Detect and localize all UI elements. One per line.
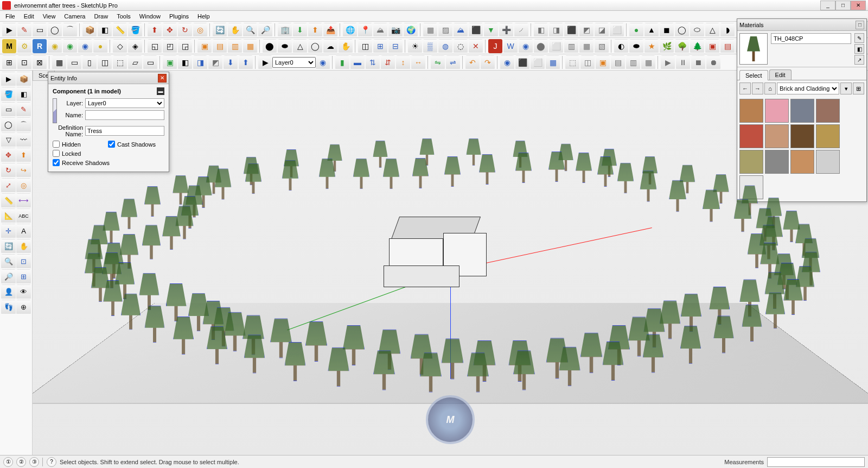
redo-icon[interactable]: ↷	[481, 55, 495, 69]
maximize-button[interactable]: □	[835, 1, 851, 10]
add-detail-icon[interactable]: ➕	[499, 23, 513, 37]
page-1-icon[interactable]: ▭	[67, 55, 81, 69]
sandbox-scratch-icon[interactable]: ▨	[438, 23, 452, 37]
lt-zoom-icon[interactable]: 🔍	[1, 254, 16, 269]
view-iso-icon[interactable]: ◱	[148, 39, 162, 53]
solid-intersect-icon[interactable]: ◨	[549, 23, 563, 37]
lt-scale-icon[interactable]: ⤢	[1, 178, 16, 193]
undo-icon[interactable]: ↶	[465, 55, 480, 69]
offset-tool-icon[interactable]: ◎	[193, 23, 207, 37]
render-7-icon[interactable]: ▦	[579, 39, 593, 53]
lt-zoomprev-icon[interactable]: 🔎	[1, 269, 16, 284]
material-swatch[interactable]	[739, 150, 763, 174]
default-material-icon[interactable]: ◧	[854, 44, 864, 54]
plugin-icon-1[interactable]: ◉	[48, 39, 62, 53]
face-style-2-icon[interactable]: ▤	[213, 39, 227, 53]
globe-icon[interactable]: 🌐	[343, 23, 357, 37]
vray-1-icon[interactable]: ◉	[500, 55, 514, 69]
sample-material-icon[interactable]: ↗	[854, 55, 864, 65]
align-3-icon[interactable]: ⇅	[366, 55, 380, 69]
xray-icon[interactable]: ◍	[438, 39, 452, 53]
tape-tool-icon[interactable]: 📏	[113, 23, 127, 37]
plugin-icon-3[interactable]: ◉	[78, 39, 92, 53]
material-swatch[interactable]	[739, 124, 763, 148]
anim-4-icon[interactable]: ⏺	[706, 55, 720, 69]
shape-pyramid-icon[interactable]: △	[705, 23, 719, 37]
zoom-tool-icon[interactable]: 🔍	[243, 23, 257, 37]
lt-position-icon[interactable]: 👤	[1, 284, 16, 299]
face-style-3-icon[interactable]: ▥	[228, 39, 242, 53]
export-5-icon[interactable]: ⬇	[224, 55, 238, 69]
material-swatch[interactable]	[790, 99, 814, 123]
lt-pushpull-icon[interactable]: ⬆	[16, 148, 31, 162]
geo-toggle-1-icon[interactable]: ①	[3, 457, 13, 467]
lt-rect-icon[interactable]: ▭	[1, 102, 16, 117]
get-models-icon[interactable]: ⬇	[293, 23, 307, 37]
photo-textures-icon[interactable]: 📷	[388, 23, 403, 37]
misc-tool-3-icon[interactable]: ⊠	[33, 55, 47, 69]
vray-2-icon[interactable]: ⬛	[515, 55, 529, 69]
mesh-2-icon[interactable]: ◫	[580, 55, 595, 69]
shape-box-icon[interactable]: ◼	[660, 23, 674, 37]
vray-3-icon[interactable]: ⬜	[531, 55, 545, 69]
building-maker-icon[interactable]: 🏢	[278, 23, 292, 37]
solid-subtract-icon[interactable]: ◩	[579, 23, 593, 37]
anim-1-icon[interactable]: ▶	[661, 55, 675, 69]
rotate-tool-icon[interactable]: ↻	[178, 23, 192, 37]
smoove-icon[interactable]: ⛰	[454, 23, 468, 37]
page-3-icon[interactable]: ◫	[98, 55, 112, 69]
minimize-button[interactable]: _	[820, 1, 835, 10]
lt-offset-icon[interactable]: ◎	[16, 178, 31, 193]
select-tool-icon[interactable]: ▶	[2, 23, 16, 37]
light-2-icon[interactable]: ⬬	[629, 39, 643, 53]
render-6-icon[interactable]: ▥	[564, 39, 578, 53]
cone-icon-2[interactable]: △	[293, 39, 307, 53]
lt-zoomext-icon[interactable]: ⊞	[16, 269, 31, 284]
mesh-6-icon[interactable]: ▦	[641, 55, 655, 69]
arc-tool-icon[interactable]: ⌒	[63, 23, 77, 37]
pencil-tool-icon[interactable]: ✎	[17, 23, 31, 37]
light-3-icon[interactable]: ★	[644, 39, 659, 53]
entity-info-close-icon[interactable]: ✕	[158, 74, 167, 83]
receive-check[interactable]: Receive Shadows	[53, 159, 112, 166]
lt-walk-icon[interactable]: 👣	[1, 300, 16, 314]
lt-protractor-icon[interactable]: 📐	[1, 208, 16, 223]
toggle-terrain-icon[interactable]: ⛰	[373, 23, 387, 37]
grid-icon[interactable]: ▦	[52, 55, 66, 69]
hidden-check[interactable]: Hidden	[53, 141, 101, 148]
align-6-icon[interactable]: ↔	[411, 55, 425, 69]
misc-tool-1-icon[interactable]: ⊞	[2, 55, 16, 69]
eraser-tool-icon[interactable]: ◧	[98, 23, 112, 37]
material-swatch[interactable]	[790, 150, 814, 174]
shape-sphere-icon[interactable]: ●	[629, 23, 643, 37]
menu-file[interactable]: File	[1, 12, 20, 21]
close-button[interactable]: ✕	[851, 1, 866, 10]
misc-tool-2-icon[interactable]: ⊡	[17, 55, 31, 69]
flip-v-icon[interactable]: ⇌	[446, 55, 460, 69]
back-edges-icon[interactable]: ◌	[454, 39, 468, 53]
page-2-icon[interactable]: ▯	[82, 55, 97, 69]
face-style-1-icon[interactable]: ▣	[197, 39, 212, 53]
solid-split-icon[interactable]: ⬜	[610, 23, 624, 37]
entity-info-collapse-icon[interactable]: ▬	[157, 87, 164, 95]
export-3-icon[interactable]: ◨	[193, 55, 207, 69]
layer-manager-icon[interactable]: ◉	[316, 55, 330, 69]
render-1-icon[interactable]: J	[488, 39, 502, 53]
lt-orbit-icon[interactable]: 🔄	[1, 239, 16, 254]
geo-toggle-3-icon[interactable]: ③	[29, 457, 39, 467]
menu-draw[interactable]: Draw	[90, 12, 112, 21]
page-4-icon[interactable]: ⬚	[113, 55, 127, 69]
lt-component-icon[interactable]: 📦	[16, 72, 31, 86]
component-tool-icon[interactable]: 📦	[82, 23, 97, 37]
locked-check[interactable]: Locked	[53, 150, 101, 157]
dc-attributes-icon[interactable]: R	[33, 39, 47, 53]
section-plane-icon[interactable]: ◫	[358, 39, 372, 53]
align-5-icon[interactable]: ↕	[396, 55, 410, 69]
paint-tool-icon[interactable]: 🪣	[128, 23, 142, 37]
shape-tube-icon[interactable]: ⬭	[690, 23, 704, 37]
shape-cone-icon[interactable]: ▲	[644, 23, 659, 37]
sandbox-contours-icon[interactable]: ▦	[423, 23, 437, 37]
hand-pan-icon[interactable]: ✋	[339, 39, 353, 53]
drape-icon[interactable]: ▼	[484, 23, 498, 37]
plant-1-icon[interactable]: 🌿	[660, 39, 674, 53]
